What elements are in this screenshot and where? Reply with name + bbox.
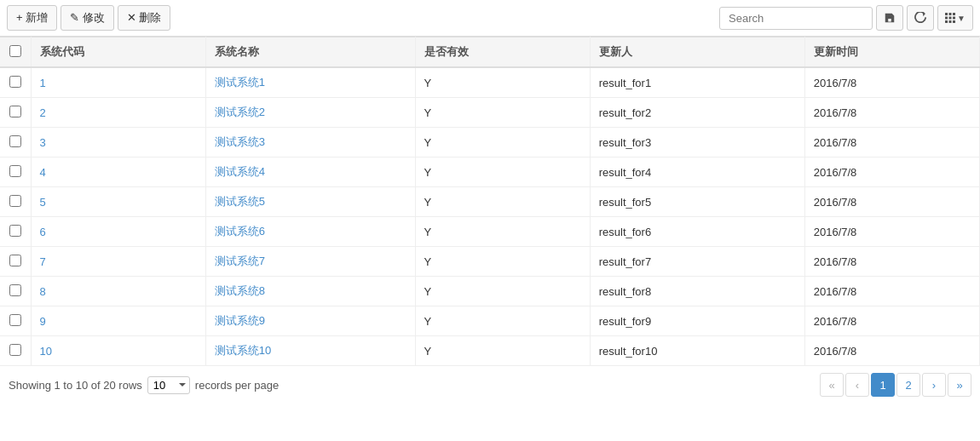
pagination: «‹12›» <box>820 373 971 397</box>
row-checkbox[interactable] <box>9 165 21 177</box>
row-updater: result_for6 <box>590 217 804 247</box>
row-checkbox[interactable] <box>9 135 21 147</box>
row-valid: Y <box>415 306 590 336</box>
page-button[interactable]: 1 <box>871 373 895 397</box>
row-update-time: 2016/7/8 <box>804 67 979 98</box>
row-update-time: 2016/7/8 <box>804 187 979 217</box>
row-checkbox-cell[interactable] <box>0 277 31 306</box>
row-id: 4 <box>31 158 205 187</box>
row-checkbox-cell[interactable] <box>0 187 31 217</box>
row-name-link[interactable]: 测试系统4 <box>215 165 265 178</box>
page-button[interactable]: ‹ <box>845 373 869 397</box>
page-button[interactable]: 2 <box>896 373 920 397</box>
row-updater: result_for2 <box>590 98 804 128</box>
row-name: 测试系统9 <box>205 306 415 336</box>
select-all-header[interactable] <box>0 37 31 68</box>
row-id: 6 <box>31 217 205 247</box>
table-row: 3 测试系统3 Y result_for3 2016/7/8 <box>0 128 980 158</box>
row-id: 8 <box>31 277 205 306</box>
svg-rect-2 <box>953 13 955 15</box>
refresh-icon-button[interactable] <box>907 5 934 31</box>
row-checkbox-cell[interactable] <box>0 306 31 336</box>
row-id: 1 <box>31 67 205 98</box>
row-valid: Y <box>415 158 590 187</box>
row-id-link[interactable]: 5 <box>40 196 46 209</box>
svg-rect-6 <box>945 20 948 23</box>
row-updater: result_for3 <box>590 128 804 158</box>
row-name-link[interactable]: 测试系统9 <box>215 314 265 327</box>
table-footer: Showing 1 to 10 of 20 rows 10 25 50 100 … <box>0 366 980 404</box>
row-checkbox[interactable] <box>9 106 21 117</box>
table-row: 1 测试系统1 Y result_for1 2016/7/8 <box>0 67 980 98</box>
row-checkbox-cell[interactable] <box>0 247 31 277</box>
edit-button[interactable]: ✎ 修改 <box>61 5 114 31</box>
page-button[interactable]: » <box>948 373 971 397</box>
row-id-link[interactable]: 4 <box>40 166 46 179</box>
page-button[interactable]: › <box>922 373 946 397</box>
row-checkbox[interactable] <box>9 195 21 207</box>
svg-rect-4 <box>949 17 952 20</box>
select-all-checkbox[interactable] <box>9 45 21 57</box>
row-name-link[interactable]: 测试系统6 <box>215 225 265 238</box>
row-valid: Y <box>415 247 590 277</box>
col-header-name: 系统名称 <box>205 37 415 68</box>
row-id-link[interactable]: 6 <box>40 226 46 238</box>
row-valid: Y <box>415 67 590 98</box>
per-page-select[interactable]: 10 25 50 100 <box>147 376 190 394</box>
row-name-link[interactable]: 测试系统3 <box>215 135 265 148</box>
row-valid: Y <box>415 128 590 158</box>
row-name-link[interactable]: 测试系统1 <box>215 76 265 89</box>
row-id-link[interactable]: 3 <box>40 136 46 149</box>
row-checkbox[interactable] <box>9 225 21 237</box>
row-name: 测试系统3 <box>205 128 415 158</box>
row-id: 9 <box>31 306 205 336</box>
columns-toggle-button[interactable]: ▼ <box>937 5 973 31</box>
row-updater: result_for7 <box>590 247 804 277</box>
row-checkbox-cell[interactable] <box>0 67 31 98</box>
row-id-link[interactable]: 8 <box>40 285 46 298</box>
row-id-link[interactable]: 7 <box>40 255 46 268</box>
row-id-link[interactable]: 10 <box>40 345 52 358</box>
row-name: 测试系统7 <box>205 247 415 277</box>
row-name-link[interactable]: 测试系统7 <box>215 255 265 267</box>
row-id: 10 <box>31 336 205 366</box>
col-header-time: 更新时间 <box>804 37 979 68</box>
save-icon-button[interactable] <box>876 5 903 31</box>
row-checkbox-cell[interactable] <box>0 158 31 187</box>
row-checkbox-cell[interactable] <box>0 336 31 366</box>
row-valid: Y <box>415 98 590 128</box>
row-name: 测试系统4 <box>205 158 415 187</box>
page-button[interactable]: « <box>820 373 844 397</box>
data-table: 系统代码 系统名称 是否有效 更新人 更新时间 1 测试系统1 Y result… <box>0 37 980 366</box>
row-name-link[interactable]: 测试系统10 <box>215 344 271 357</box>
row-checkbox[interactable] <box>9 76 21 88</box>
row-name-link[interactable]: 测试系统5 <box>215 195 265 208</box>
table-row: 6 测试系统6 Y result_for6 2016/7/8 <box>0 217 980 247</box>
search-input[interactable] <box>719 7 873 30</box>
row-checkbox[interactable] <box>9 314 21 326</box>
row-update-time: 2016/7/8 <box>804 336 979 366</box>
row-id-link[interactable]: 2 <box>40 106 46 119</box>
row-checkbox-cell[interactable] <box>0 128 31 158</box>
row-checkbox[interactable] <box>9 344 21 356</box>
svg-rect-7 <box>949 20 952 23</box>
row-checkbox-cell[interactable] <box>0 98 31 128</box>
table-row: 8 测试系统8 Y result_for8 2016/7/8 <box>0 277 980 306</box>
row-checkbox[interactable] <box>9 284 21 296</box>
row-name-link[interactable]: 测试系统8 <box>215 284 265 297</box>
row-id-link[interactable]: 9 <box>40 315 46 328</box>
add-button[interactable]: + 新增 <box>7 5 57 31</box>
svg-rect-8 <box>953 20 955 23</box>
row-checkbox[interactable] <box>9 255 21 266</box>
delete-button[interactable]: ✕ 删除 <box>118 5 171 31</box>
row-checkbox-cell[interactable] <box>0 217 31 247</box>
row-id-link[interactable]: 1 <box>40 77 46 89</box>
columns-chevron-icon: ▼ <box>957 14 966 23</box>
row-update-time: 2016/7/8 <box>804 247 979 277</box>
table-row: 9 测试系统9 Y result_for9 2016/7/8 <box>0 306 980 336</box>
row-name-link[interactable]: 测试系统2 <box>215 106 265 118</box>
row-valid: Y <box>415 187 590 217</box>
svg-rect-0 <box>945 13 948 15</box>
row-valid: Y <box>415 336 590 366</box>
svg-rect-5 <box>953 17 955 20</box>
